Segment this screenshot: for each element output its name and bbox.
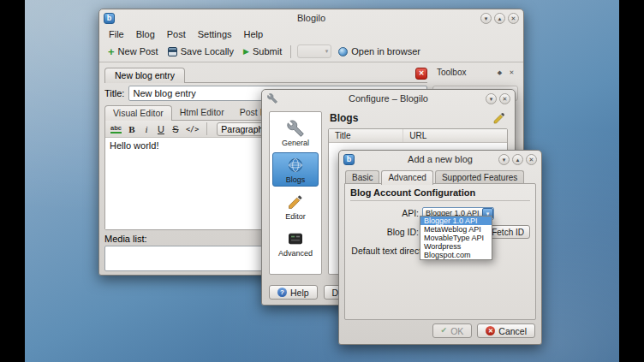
new-post-icon: + — [108, 47, 115, 56]
code-button[interactable]: </> — [186, 125, 199, 134]
maximize-button[interactable]: ▴ — [512, 154, 523, 165]
minimize-icon: ▾ — [503, 157, 506, 163]
blogilo-app-icon: b — [104, 13, 115, 24]
blogs-table-header: Title URL — [329, 129, 507, 143]
sidebar-label-advanced: Advanced — [278, 249, 313, 258]
toolbox-titlebar[interactable]: Toolbox ◆ ✕ — [432, 66, 518, 79]
minimize-button[interactable]: ▾ — [480, 13, 492, 24]
cancel-button[interactable]: ✕ Cancel — [477, 323, 535, 338]
wrench-icon — [286, 119, 305, 138]
toolbox-title: Toolbox — [434, 68, 492, 77]
toolbar-separator — [290, 45, 291, 58]
advanced-box-icon — [286, 229, 305, 248]
strikethrough-button[interactable]: S — [171, 124, 180, 134]
bold-button[interactable]: B — [128, 124, 136, 134]
api-option-wordpress[interactable]: Wordpress — [420, 242, 492, 251]
help-icon: ? — [277, 288, 287, 297]
ok-button[interactable]: ✔ OK — [432, 323, 473, 338]
maximize-icon: ▴ — [516, 157, 520, 163]
api-option-blogger[interactable]: Blogger 1.0 API — [420, 217, 492, 225]
api-option-metaweblog[interactable]: MetaWeblog API — [420, 225, 492, 234]
add-blog-titlebar[interactable]: b Add a new blog ▾ ▴ ✕ — [339, 151, 541, 168]
tab-basic[interactable]: Basic — [345, 170, 379, 184]
screenshot-root: b Blogilo ▾ ▴ ✕ File Blog Post Settings … — [0, 0, 644, 362]
column-header-title[interactable]: Title — [329, 129, 403, 142]
toolbox-close-button[interactable]: ✕ — [507, 68, 516, 77]
cancel-label: Cancel — [498, 326, 527, 336]
chevron-down-icon: ▾ — [325, 48, 331, 55]
blog-id-label: Blog ID: — [350, 227, 419, 237]
add-blog-dialog: b Add a new blog ▾ ▴ ✕ Basic Advanced Su… — [338, 150, 542, 345]
sidebar-item-editor[interactable]: Editor — [272, 189, 319, 223]
open-in-browser-label: Open in browser — [351, 46, 420, 56]
spellcheck-icon[interactable]: abc — [110, 124, 122, 134]
sidebar-label-general: General — [282, 139, 309, 147]
close-icon: ✕ — [503, 96, 508, 102]
close-icon: ✕ — [529, 157, 534, 163]
api-dropdown-popup: Blogger 1.0 API MetaWeblog API MovableTy… — [420, 216, 492, 260]
add-blog-footer: ✔ OK ✕ Cancel — [432, 323, 535, 338]
sidebar-item-blogs[interactable]: Blogs — [272, 152, 319, 187]
configure-wrench-icon — [266, 92, 278, 104]
add-blog-tabs: Basic Advanced Supported Features — [339, 169, 541, 184]
new-post-label: New Post — [118, 46, 158, 56]
menu-help[interactable]: Help — [238, 29, 270, 39]
help-button[interactable]: ? Help — [269, 285, 318, 300]
blogs-globe-icon — [286, 156, 305, 175]
close-button[interactable]: ✕ — [499, 93, 510, 104]
main-toolbar: + New Post Save Locally ▶ Submit ▾ Open … — [99, 41, 523, 62]
maximize-button[interactable]: ▴ — [494, 13, 505, 24]
tab-supported-features[interactable]: Supported Features — [435, 170, 524, 184]
main-window-title: Blogilo — [116, 13, 506, 23]
close-button[interactable]: ✕ — [508, 13, 519, 24]
minimize-button[interactable]: ▾ — [498, 154, 510, 165]
column-header-url[interactable]: URL — [403, 131, 507, 140]
sidebar-label-blogs: Blogs — [286, 175, 306, 184]
minimize-icon: ▾ — [485, 15, 488, 21]
menu-blog[interactable]: Blog — [130, 29, 161, 39]
close-icon: ✕ — [511, 15, 516, 21]
main-menubar: File Blog Post Settings Help — [99, 27, 523, 41]
close-tab-button[interactable]: ✕ — [415, 68, 427, 80]
document-tabbar: New blog entry ✕ — [104, 66, 427, 83]
submit-label: Submit — [253, 46, 282, 56]
document-tab-new-blog-entry[interactable]: New blog entry — [104, 68, 185, 83]
configure-sidebar: General Blogs — [269, 111, 322, 275]
api-option-blogspot[interactable]: Blogspot.com — [420, 251, 492, 259]
sidebar-item-general[interactable]: General — [272, 116, 319, 150]
underline-button[interactable]: U — [157, 124, 165, 134]
ok-check-icon: ✔ — [441, 326, 448, 335]
blogilo-icon-letter: b — [347, 155, 352, 163]
browser-globe-icon — [338, 47, 348, 56]
new-post-button[interactable]: + New Post — [105, 45, 161, 58]
tab-close-icon: ✕ — [419, 69, 425, 77]
minimize-button[interactable]: ▾ — [486, 93, 497, 104]
menu-post[interactable]: Post — [161, 29, 192, 39]
close-button[interactable]: ✕ — [526, 154, 537, 165]
api-option-movabletype[interactable]: MovableType API — [420, 234, 492, 242]
tab-html-editor[interactable]: Html Editor — [172, 105, 232, 120]
open-in-browser-button[interactable]: Open in browser — [336, 45, 423, 58]
tab-visual-editor[interactable]: Visual Editor — [104, 105, 172, 121]
save-locally-button[interactable]: Save Locally — [165, 45, 236, 58]
blogilo-app-icon: b — [343, 154, 355, 165]
edit-pencil-icon — [492, 111, 506, 125]
main-titlebar[interactable]: b Blogilo ▾ ▴ ✕ — [99, 9, 523, 27]
italic-button[interactable]: i — [142, 124, 151, 134]
fetch-id-label: Fetch ID — [492, 228, 524, 237]
menu-file[interactable]: File — [103, 29, 130, 39]
minimize-icon: ▾ — [490, 96, 493, 102]
cancel-icon: ✕ — [486, 326, 495, 335]
configure-titlebar[interactable]: Configure – Blogilo ▾ ✕ — [262, 90, 515, 107]
submit-button[interactable]: ▶ Submit — [241, 45, 284, 58]
api-label: API: — [350, 208, 419, 218]
sidebar-item-advanced[interactable]: Advanced — [272, 226, 319, 260]
tab-advanced[interactable]: Advanced — [381, 170, 432, 185]
blog-account-configuration-header: Blog Account Configuration — [350, 187, 530, 201]
menu-settings[interactable]: Settings — [192, 29, 238, 39]
add-blog-window-controls: ▾ ▴ ✕ — [498, 154, 537, 165]
toolbox-float-button[interactable]: ◆ — [495, 68, 504, 77]
submit-icon: ▶ — [243, 47, 249, 56]
configure-window-controls: ▾ ✕ — [486, 93, 510, 104]
close-icon: ✕ — [510, 69, 515, 75]
